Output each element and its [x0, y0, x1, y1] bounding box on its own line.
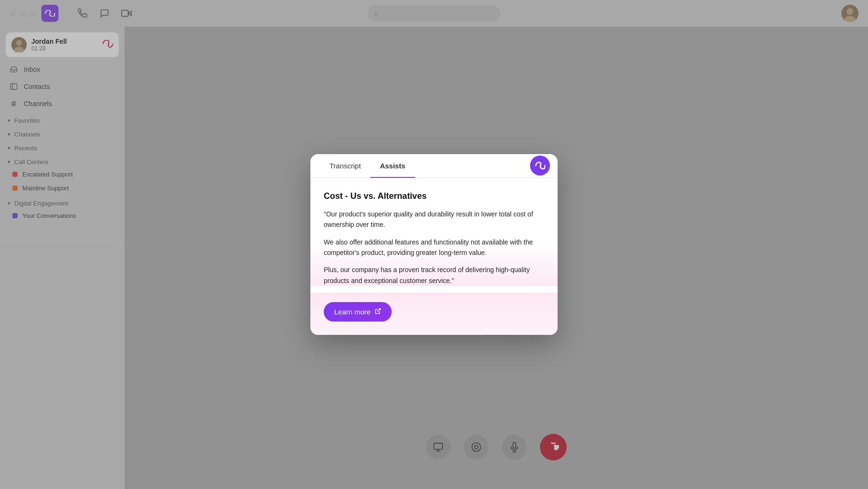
modal-overlay: Transcript Assists Cost - Us vs. Alterna… — [0, 0, 868, 489]
modal-ai-icon — [530, 156, 550, 176]
learn-more-label: Learn more — [334, 308, 371, 316]
modal-body: Cost - Us vs. Alternatives "Our product'… — [310, 178, 558, 286]
tab-transcript[interactable]: Transcript — [320, 154, 370, 177]
svg-line-29 — [377, 309, 380, 312]
assists-modal: Transcript Assists Cost - Us vs. Alterna… — [310, 154, 558, 335]
tab-assists-label: Assists — [380, 162, 405, 170]
modal-footer: Learn more — [310, 293, 558, 335]
modal-paragraph-3: Plus, our company has a proven track rec… — [324, 264, 544, 286]
tab-assists[interactable]: Assists — [370, 154, 415, 177]
modal-paragraph-2: We also offer additional features and fu… — [324, 237, 544, 258]
tab-transcript-label: Transcript — [329, 162, 361, 170]
external-link-icon — [375, 308, 381, 316]
modal-tabs: Transcript Assists — [310, 154, 558, 178]
ai-logo-icon — [535, 160, 545, 171]
modal-title: Cost - Us vs. Alternatives — [324, 191, 544, 201]
learn-more-button[interactable]: Learn more — [324, 302, 392, 322]
modal-paragraph-1: "Our product's superior quality and dura… — [324, 209, 544, 230]
